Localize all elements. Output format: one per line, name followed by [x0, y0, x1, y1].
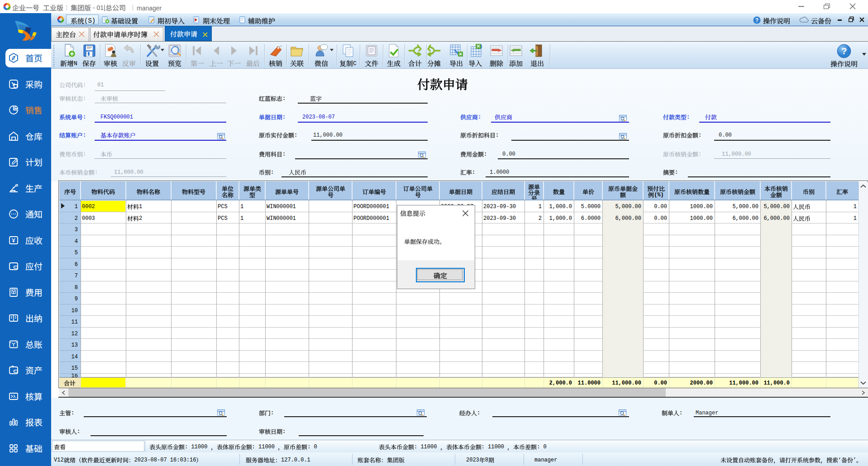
svg-text:?: ?: [755, 17, 758, 24]
svg-text:?: ?: [841, 46, 847, 56]
